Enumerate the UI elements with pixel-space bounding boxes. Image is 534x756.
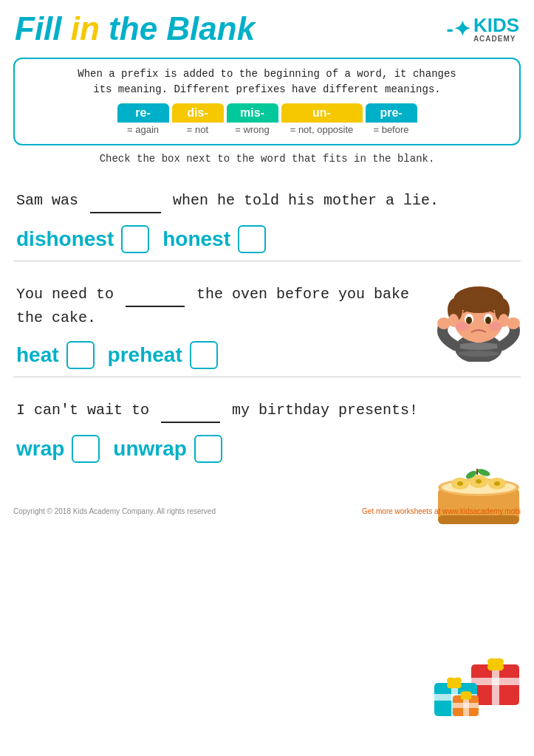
q1-choice-honest: honest [162,225,266,253]
svg-point-12 [466,317,472,324]
svg-point-25 [457,481,463,486]
question-1: Sam was when he told his mother a lie. d… [0,178,534,253]
q3-choice-unwrap: unwrap [113,435,222,463]
q3-blank [161,399,220,423]
q2-word-heat: heat [16,343,59,367]
q1-choice-dishonest: dishonest [16,225,149,253]
prefix-re-label: re- [117,103,169,123]
gifts-illustration [431,642,527,724]
q1-checkbox-dishonest[interactable] [121,225,149,253]
question-3: I can't wait to my birthday presents! wr… [0,388,534,463]
q2-choices: heat preheat [16,341,518,369]
divider-2 [13,377,521,377]
prefix-dis-meaning: = not [172,123,224,137]
q3-word-wrap: wrap [16,437,64,461]
prefix-mis-meaning: = wrong [227,123,278,137]
divider-1 [13,261,521,261]
title-the: the [100,10,166,47]
svg-point-16 [437,317,451,329]
title-fill: Fill [15,10,71,47]
logo-arrow-icon: -✦ [447,17,470,41]
prefix-un-meaning: = not, opposite [281,123,363,137]
prefix-pre-meaning: = before [366,123,417,137]
q1-text: Sam was when he told his mother a lie. [16,190,518,213]
prefix-table: re- = again dis- = not mis- = wrong un- … [27,103,507,137]
prefix-mis: mis- = wrong [227,103,278,137]
svg-point-15 [488,322,502,331]
q1-choices: dishonest honest [16,225,518,253]
prefix-dis-label: dis- [172,103,224,123]
prefix-re-meaning: = again [117,123,169,137]
prefix-pre-label: pre- [366,103,417,123]
footer: Copyright © 2018 Kids Academy Company. A… [0,500,534,523]
logo-academy-text: ACADEMY [473,35,516,43]
info-box: When a prefix is added to the beginning … [13,58,521,145]
svg-point-13 [485,317,491,324]
title-in: in [71,10,100,47]
q2-choice-heat: heat [16,341,95,369]
svg-point-26 [476,479,482,484]
prefix-un: un- = not, opposite [281,103,363,137]
info-text-line2: its meaning. Different prefixes have dif… [27,82,507,97]
q3-checkbox-wrap[interactable] [72,435,100,463]
logo-kids-text: KIDS [473,16,519,35]
q2-blank [126,284,185,307]
svg-point-17 [507,317,520,329]
q1-checkbox-honest[interactable] [238,225,266,253]
q2-checkbox-heat[interactable] [66,341,95,369]
page-header: Fill in the Blank -✦ KIDS ACADEMY [0,0,534,53]
svg-point-14 [456,322,469,331]
svg-point-42 [451,680,458,686]
q3-checkbox-unwrap[interactable] [194,435,222,463]
info-text-line1: When a prefix is added to the beginning … [27,66,507,82]
footer-website: Get more worksheets at www.kidsacademy.m… [362,507,521,515]
prefix-dis: dis- = not [172,103,224,137]
q3-text: I can't wait to my birthday presents! [16,399,518,423]
footer-copyright: Copyright © 2018 Kids Academy Company. A… [13,507,216,515]
check-instruction: Check the box next to the word that fits… [13,153,521,165]
q2-word-preheat: preheat [108,343,182,367]
q2-choice-preheat: preheat [108,341,218,369]
title-blank: Blank [166,10,255,47]
q1-word-dishonest: dishonest [16,227,114,251]
logo: -✦ KIDS ACADEMY [447,16,519,43]
q3-choice-wrap: wrap [16,435,100,463]
q1-word-honest: honest [162,227,230,251]
prefix-re: re- = again [117,103,169,137]
q2-checkbox-preheat[interactable] [190,341,218,369]
q1-blank [90,190,161,213]
svg-point-27 [494,481,500,486]
svg-point-36 [491,661,500,668]
prefix-mis-label: mis- [227,103,278,123]
prefix-un-label: un- [281,103,363,123]
svg-point-48 [463,693,469,698]
prefix-pre: pre- = before [366,103,417,137]
q3-word-unwrap: unwrap [113,437,187,461]
q3-choices: wrap unwrap [16,435,518,463]
page-title: Fill in the Blank [15,10,255,47]
